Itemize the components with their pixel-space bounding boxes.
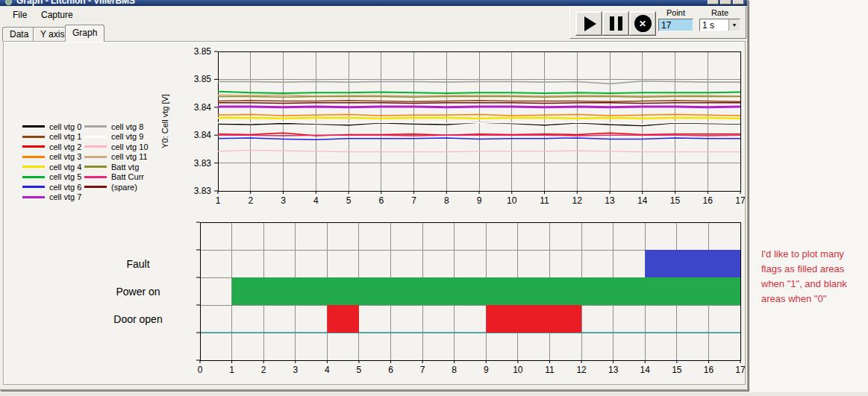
y-tick-label: 3.84 bbox=[194, 102, 212, 113]
x-tick-label: 3 bbox=[293, 365, 298, 375]
x-tick-label: 14 bbox=[640, 365, 651, 375]
rate-value: 1 s bbox=[700, 20, 728, 31]
point-input[interactable] bbox=[658, 19, 693, 31]
series-line bbox=[218, 103, 740, 104]
y-axis-title: Y0: Cell vtg [V] bbox=[160, 94, 169, 148]
row-label: Power on bbox=[116, 286, 160, 298]
chevron-down-icon[interactable]: ▼ bbox=[728, 19, 740, 31]
flag-bar bbox=[645, 250, 740, 277]
x-tick-label: 8 bbox=[444, 195, 449, 206]
screenshot-stage: Graph - Litchion - VillerBMS File Captur… bbox=[0, 0, 868, 396]
point-label: Point bbox=[658, 8, 693, 17]
x-tick-label: 6 bbox=[388, 365, 393, 375]
x-tick-label: 14 bbox=[637, 195, 648, 206]
x-tick-label: 1 bbox=[216, 195, 221, 206]
x-tick-label: 11 bbox=[545, 365, 555, 375]
series-line bbox=[218, 135, 740, 136]
x-tick-label: 4 bbox=[325, 365, 330, 375]
x-tick-label: 0 bbox=[198, 365, 203, 375]
menubar: File Capture bbox=[0, 6, 567, 24]
window-title: Graph - Litchion - VillerBMS bbox=[16, 0, 135, 6]
row-label: Fault bbox=[126, 258, 149, 270]
x-tick-label: 4 bbox=[313, 195, 319, 206]
y-tick-label: 3.85 bbox=[194, 46, 212, 57]
capture-toolbar: ✕ Point Rate 1 s ▼ bbox=[569, 6, 746, 39]
x-tick-label: 6 bbox=[378, 195, 384, 206]
x-tick-label: 16 bbox=[704, 365, 714, 375]
menu-file[interactable]: File bbox=[7, 6, 32, 24]
y-tick-label: 3.83 bbox=[194, 186, 212, 196]
annotation-note: I'd like to plot many flags as filled ar… bbox=[761, 247, 867, 307]
rate-label: Rate bbox=[699, 8, 740, 17]
charts-canvas: 3.853.853.843.843.833.831234567891011121… bbox=[4, 42, 745, 384]
flag-bar bbox=[232, 277, 740, 305]
x-tick-label: 12 bbox=[576, 365, 587, 375]
x-tick-label: 1 bbox=[229, 365, 234, 375]
x-tick-label: 17 bbox=[735, 365, 745, 375]
titlebar: Graph - Litchion - VillerBMS bbox=[0, 0, 747, 6]
x-tick-label: 13 bbox=[605, 195, 615, 206]
y-tick-label: 3.83 bbox=[194, 158, 212, 169]
series-line bbox=[218, 118, 740, 119]
play-button[interactable] bbox=[575, 11, 602, 36]
menu-capture[interactable]: Capture bbox=[36, 6, 78, 24]
x-tick-label: 15 bbox=[672, 365, 682, 375]
rate-select[interactable]: 1 s ▼ bbox=[699, 19, 740, 31]
x-tick-label: 11 bbox=[540, 195, 549, 206]
tab-graph[interactable]: Graph bbox=[65, 25, 104, 42]
pause-icon bbox=[610, 16, 622, 31]
x-tick-label: 13 bbox=[608, 365, 619, 375]
x-tick-label: 8 bbox=[452, 365, 457, 375]
row-label: Door open bbox=[113, 313, 162, 325]
app-window: Graph - Litchion - VillerBMS File Captur… bbox=[0, 0, 749, 391]
x-tick-label: 2 bbox=[248, 195, 253, 206]
play-icon bbox=[584, 16, 596, 31]
x-tick-label: 15 bbox=[670, 195, 681, 206]
x-tick-label: 17 bbox=[735, 195, 745, 206]
flag-bar bbox=[486, 305, 581, 333]
x-tick-label: 9 bbox=[477, 195, 482, 206]
y-tick-label: 3.84 bbox=[194, 130, 212, 140]
x-tick-label: 16 bbox=[703, 195, 714, 206]
stop-icon: ✕ bbox=[634, 15, 652, 32]
y-tick-label: 3.85 bbox=[194, 74, 212, 84]
x-tick-label: 10 bbox=[513, 365, 523, 375]
x-tick-label: 7 bbox=[420, 365, 425, 375]
flag-bar bbox=[327, 305, 359, 333]
series-line bbox=[218, 95, 740, 95]
graph-tab-panel: cell vtg 0cell vtg 1cell vtg 2cell vtg 3… bbox=[3, 41, 746, 385]
minimize-button[interactable] bbox=[708, 0, 719, 4]
maximize-button[interactable] bbox=[720, 0, 731, 4]
x-tick-label: 2 bbox=[261, 365, 266, 375]
close-button[interactable] bbox=[733, 0, 744, 4]
x-tick-label: 5 bbox=[346, 195, 352, 206]
series-line bbox=[218, 97, 740, 98]
desktop-strip bbox=[0, 392, 868, 396]
x-tick-label: 7 bbox=[411, 195, 416, 206]
x-tick-label: 5 bbox=[357, 365, 362, 375]
window-controls bbox=[708, 0, 744, 4]
tab-data[interactable]: Data bbox=[2, 27, 36, 41]
series-line bbox=[218, 107, 740, 107]
x-tick-label: 10 bbox=[507, 195, 517, 206]
x-tick-label: 12 bbox=[572, 195, 583, 206]
stop-button[interactable]: ✕ bbox=[629, 11, 656, 36]
x-tick-label: 3 bbox=[281, 195, 286, 206]
pause-button[interactable] bbox=[602, 11, 629, 36]
app-icon bbox=[5, 0, 12, 5]
x-tick-label: 9 bbox=[484, 365, 489, 375]
